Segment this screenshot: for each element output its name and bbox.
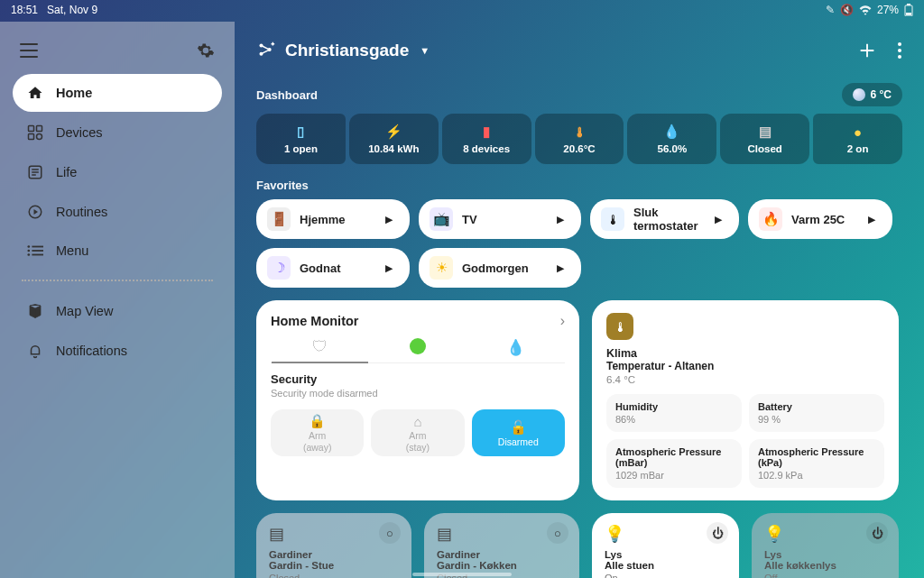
sidebar-item-devices[interactable]: Devices: [13, 114, 222, 151]
favorite-varm[interactable]: 🔥 Varm 25C ▶: [748, 199, 892, 239]
svg-point-25: [898, 42, 901, 46]
stat-pressure-kpa[interactable]: Atmospheric Pressure (kPa)102.9 kPa: [749, 439, 884, 488]
home-scene-icon: 🚪: [267, 207, 291, 231]
sidebar-label: Menu: [56, 243, 88, 258]
status-time: 18:51: [11, 4, 38, 16]
klima-subtitle: Temperatur - Altanen: [606, 360, 884, 372]
play-icon[interactable]: ▶: [379, 258, 399, 278]
klima-icon: 🌡: [606, 313, 633, 340]
stat-pressure-mbar[interactable]: Atmospheric Pressure (mBar)1029 mBar: [606, 439, 742, 488]
main-content: Christiansgade ▼ Dashboard 6 °C ▯1 open …: [235, 22, 924, 578]
arm-stay-button[interactable]: ⌂ Arm (stay): [371, 409, 464, 456]
chevron-right-icon[interactable]: ›: [560, 313, 565, 329]
svg-rect-2: [906, 13, 911, 15]
favorite-tv[interactable]: 📺 TV ▶: [419, 199, 581, 239]
hamburger-icon[interactable]: [20, 43, 38, 58]
home-icon: [27, 85, 43, 101]
monitor-tab-smoke[interactable]: [369, 338, 467, 357]
svg-rect-3: [20, 43, 38, 45]
svg-rect-19: [32, 250, 43, 252]
nav-handle[interactable]: [412, 573, 512, 576]
dash-devices[interactable]: ▮8 devices: [442, 114, 531, 164]
favorite-sluk[interactable]: 🌡 Sluk termostater ▶: [590, 199, 739, 239]
play-icon[interactable]: ▶: [550, 209, 570, 229]
dash-doors[interactable]: ▯1 open: [256, 114, 346, 164]
card-gardin-kokken[interactable]: ▤ ○ Gardiner Gardin - Køkken Closed: [424, 513, 579, 578]
play-icon[interactable]: ▶: [550, 258, 570, 278]
svg-rect-17: [32, 246, 43, 248]
sun-icon: ☀: [430, 256, 453, 280]
card-gardin-stue[interactable]: ▤ ○ Gardiner Gardin - Stue Closed: [256, 513, 411, 578]
sidebar-item-home[interactable]: Home: [13, 74, 222, 112]
sidebar-label: Devices: [56, 125, 103, 140]
svg-point-18: [27, 250, 30, 252]
power-button[interactable]: ⏻: [707, 522, 728, 544]
unlock-icon: 🔓: [510, 419, 527, 436]
svg-rect-21: [32, 254, 43, 256]
stat-humidity[interactable]: Humidity86%: [606, 394, 742, 432]
sidebar-item-mapview[interactable]: Map View: [13, 292, 222, 330]
arm-away-button[interactable]: 🔒 Arm (away): [271, 409, 364, 456]
sidebar-item-life[interactable]: Life: [13, 153, 222, 191]
klima-title: Klima: [606, 347, 884, 360]
sidebar-item-routines[interactable]: Routines: [13, 193, 222, 231]
card-lys-stuen[interactable]: 💡 ⏻ Lys Alle stuen On: [592, 513, 739, 578]
life-icon: [27, 164, 43, 180]
svg-rect-13: [32, 174, 36, 176]
dash-humidity[interactable]: 💧56.0%: [627, 114, 716, 164]
favorite-hjemme[interactable]: 🚪 Hjemme ▶: [256, 199, 410, 239]
monitor-tab-leak[interactable]: 💧: [467, 338, 565, 357]
devices-icon: [27, 124, 43, 141]
sidebar-divider: [22, 280, 213, 281]
sidebar-label: Notifications: [56, 344, 127, 358]
open-button[interactable]: ○: [379, 522, 401, 544]
location-icon: [256, 41, 276, 60]
svg-point-27: [898, 55, 901, 59]
play-icon[interactable]: ▶: [708, 209, 728, 229]
svg-rect-6: [29, 126, 34, 132]
add-button[interactable]: [857, 41, 877, 60]
klima-value: 6.4 °C: [606, 374, 884, 385]
card-lys-kokken[interactable]: 💡 ⏻ Lys Alle køkkenlys Off: [752, 513, 899, 578]
dash-energy[interactable]: ⚡10.84 kWh: [349, 114, 439, 164]
heat-icon: 🔥: [759, 207, 782, 231]
location-selector[interactable]: Christiansgade ▼: [256, 41, 430, 60]
sidebar-item-menu[interactable]: Menu: [13, 233, 222, 269]
more-icon[interactable]: [897, 41, 902, 60]
favorite-godnat[interactable]: ☽ Godnat ▶: [256, 248, 410, 288]
play-icon[interactable]: ▶: [379, 209, 399, 229]
favorites-heading: Favorites: [256, 179, 309, 192]
favorite-godmorgen[interactable]: ☀ Godmorgen ▶: [419, 248, 581, 288]
stat-battery[interactable]: Battery99 %: [749, 394, 884, 432]
moon-icon: ☽: [267, 256, 291, 280]
dash-lights[interactable]: ●2 on: [813, 114, 902, 164]
battery-low-icon: ▮: [483, 124, 490, 140]
energy-icon: ⚡: [385, 124, 402, 140]
sidebar-item-notifications[interactable]: Notifications: [13, 332, 222, 370]
weather-pill[interactable]: 6 °C: [842, 83, 902, 106]
dash-blinds[interactable]: ▤Closed: [720, 114, 809, 164]
open-button[interactable]: ○: [547, 522, 568, 544]
svg-rect-12: [32, 171, 39, 173]
power-button[interactable]: ⏻: [866, 522, 888, 544]
dash-temp[interactable]: 🌡20.6°C: [535, 114, 624, 164]
svg-point-16: [27, 245, 30, 248]
disarmed-button[interactable]: 🔓 Disarmed: [472, 409, 565, 456]
svg-rect-4: [20, 50, 38, 51]
weather-icon: [853, 88, 865, 101]
blinds-icon: ▤: [437, 525, 452, 543]
wifi-icon: [859, 5, 872, 15]
blinds-icon: ▤: [759, 124, 772, 140]
play-icon[interactable]: ▶: [862, 209, 882, 229]
mapview-icon: [27, 303, 43, 319]
location-title: Christiansgade: [285, 41, 409, 60]
home-lock-icon: ⌂: [413, 414, 421, 429]
drop-icon: 💧: [506, 338, 525, 357]
monitor-tab-security[interactable]: 🛡: [272, 338, 369, 363]
settings-icon[interactable]: [197, 41, 215, 60]
dashboard-strip: ▯1 open ⚡10.84 kWh ▮8 devices 🌡20.6°C 💧5…: [256, 114, 902, 164]
thermostat-off-icon: 🌡: [601, 207, 624, 231]
klima-panel[interactable]: 🌡 Klima Temperatur - Altanen 6.4 °C Humi…: [592, 300, 899, 500]
home-monitor-panel[interactable]: Home Monitor › 🛡 💧 Security Security mod…: [256, 300, 579, 500]
status-bar: 18:51 Sat, Nov 9 ✎ 🔇 27%: [0, 0, 924, 20]
